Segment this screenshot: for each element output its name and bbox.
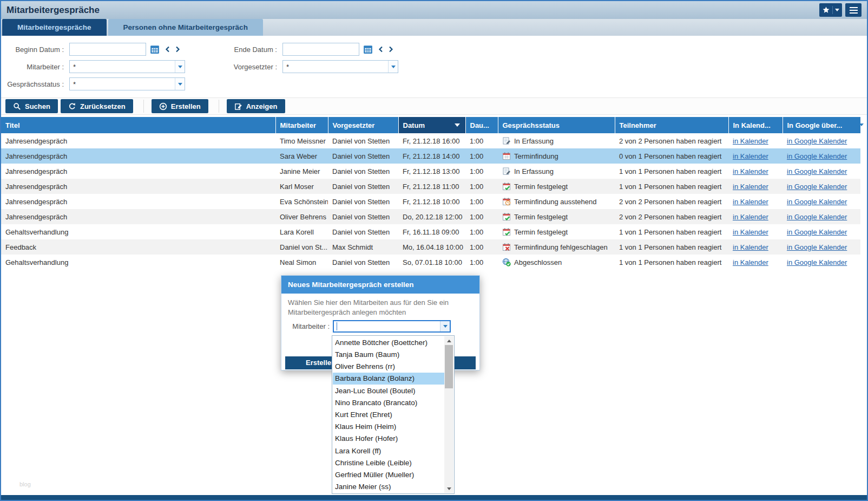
toolbar-separator bbox=[219, 100, 219, 113]
dropdown-item[interactable]: Gerfried Müller (Mueller) bbox=[333, 469, 444, 481]
toolbar-separator bbox=[143, 100, 144, 113]
tab-personen-ohne-mitarbeitergespraech[interactable]: Personen ohne Mitarbeitergespräch bbox=[108, 19, 263, 36]
mitarbeiter-combobox[interactable] bbox=[333, 320, 451, 333]
dropdown-item-selected[interactable]: Barbara Bolanz (Bolanz) bbox=[333, 373, 444, 385]
calendar-check-icon bbox=[502, 227, 511, 236]
mitarbeiter-filter-label: Mitarbeiter : bbox=[5, 63, 64, 71]
dropdown-item[interactable]: Kurt Ehret (Ehret) bbox=[333, 408, 444, 420]
in-google-kalender-link[interactable]: in Google Kalender bbox=[787, 228, 847, 236]
beginn-datum-input[interactable] bbox=[69, 43, 146, 56]
in-kalender-link[interactable]: in Kalender bbox=[733, 137, 768, 145]
table-row[interactable]: Jahresendgespräch Karl Moser Daniel von … bbox=[1, 179, 860, 194]
col-in-kalender[interactable]: In Kalend... bbox=[728, 117, 782, 133]
scroll-down-button[interactable] bbox=[444, 484, 453, 493]
dropdown-item[interactable]: Oliver Behrens (rr) bbox=[333, 360, 444, 372]
dropdown-item[interactable]: Nino Brancato (Brancato) bbox=[333, 396, 444, 408]
dropdown-button[interactable] bbox=[175, 78, 185, 90]
calendar-icon bbox=[363, 44, 373, 54]
in-kalender-link[interactable]: in Kalender bbox=[733, 183, 768, 191]
in-google-kalender-link[interactable]: in Google Kalender bbox=[787, 183, 847, 191]
ende-datum-prev-button[interactable] bbox=[378, 46, 384, 53]
action-toolbar: Suchen Zurücksetzen Erstellen Anzeigen bbox=[1, 97, 867, 115]
dropdown-item[interactable]: Janine Meier (ss) bbox=[333, 481, 444, 493]
in-kalender-link[interactable]: in Kalender bbox=[733, 213, 768, 221]
calendar-x-icon bbox=[502, 243, 511, 251]
erstellen-button[interactable]: Erstellen bbox=[152, 99, 208, 113]
dropdown-item[interactable]: Jean-Luc Boutel (Boutel) bbox=[333, 385, 444, 396]
table-row[interactable]: Jahresendgespräch Oliver Behrens Daniel … bbox=[1, 209, 860, 224]
chevron-down-icon bbox=[391, 66, 396, 68]
dropdown-button[interactable] bbox=[388, 61, 398, 73]
column-options-button[interactable] bbox=[858, 121, 865, 128]
dropdown-item[interactable]: Lara Korell (ff) bbox=[333, 445, 444, 457]
scrollbar-thumb[interactable] bbox=[445, 345, 453, 388]
col-gespraechsstatus[interactable]: Gesprächsstatus bbox=[498, 117, 615, 133]
dropdown-item[interactable]: Klaus Hofer (Hofer) bbox=[333, 433, 444, 445]
mitarbeiter-filter-select[interactable]: * bbox=[69, 60, 185, 73]
in-google-kalender-link[interactable]: in Google Kalender bbox=[787, 198, 847, 206]
in-google-kalender-link[interactable]: in Google Kalender bbox=[787, 213, 847, 221]
table-row[interactable]: Jahresendgespräch Timo Meissner Daniel v… bbox=[1, 133, 860, 148]
table-row[interactable]: Feedback Daniel von St... Max Schmidt Mo… bbox=[1, 239, 860, 255]
beginn-datum-label: Beginn Datum : bbox=[5, 45, 64, 54]
header-actions bbox=[819, 3, 862, 17]
reset-icon bbox=[68, 102, 76, 110]
dropdown-item[interactable]: Tanja Baum (Baum) bbox=[333, 348, 444, 360]
combobox-dropdown-button[interactable] bbox=[440, 321, 450, 331]
mitarbeiter-combo-label: Mitarbeiter : bbox=[281, 322, 330, 330]
dropdown-item[interactable]: Christine Leible (Leible) bbox=[333, 457, 444, 469]
table-row[interactable]: Gehaltsverhandlung Neal Simon Daniel von… bbox=[1, 255, 860, 270]
table-header-row: Titel Mitarbeiter Vorgesetzter Datum Dau… bbox=[1, 117, 860, 133]
in-google-kalender-link[interactable]: in Google Kalender bbox=[787, 243, 847, 251]
tab-mitarbeitergespraeche[interactable]: Mitarbeitergespräche bbox=[2, 19, 107, 36]
in-google-kalender-link[interactable]: in Google Kalender bbox=[787, 258, 847, 266]
dropdown-item[interactable]: Klaus Heim (Heim) bbox=[333, 421, 444, 433]
in-google-kalender-link[interactable]: in Google Kalender bbox=[787, 167, 847, 175]
calendar-check-icon bbox=[502, 182, 511, 191]
col-titel[interactable]: Titel bbox=[1, 117, 275, 133]
in-kalender-link[interactable]: in Kalender bbox=[733, 198, 768, 206]
col-teilnehmer[interactable]: Teilnehmer bbox=[615, 117, 728, 133]
in-google-kalender-link[interactable]: in Google Kalender bbox=[787, 152, 847, 160]
in-kalender-link[interactable]: in Kalender bbox=[733, 228, 768, 236]
edit-form-icon bbox=[234, 102, 242, 110]
beginn-datum-calendar-button[interactable] bbox=[149, 43, 161, 55]
dropdown-scrollbar[interactable] bbox=[444, 336, 453, 493]
ende-datum-next-button[interactable] bbox=[388, 46, 393, 53]
search-icon bbox=[13, 102, 21, 110]
hamburger-menu-button[interactable] bbox=[845, 3, 862, 17]
col-dauer[interactable]: Dau... bbox=[465, 117, 498, 133]
ende-datum-input[interactable] bbox=[282, 43, 359, 56]
vorgesetzter-filter-select[interactable]: * bbox=[282, 60, 398, 73]
in-kalender-link[interactable]: in Kalender bbox=[733, 243, 768, 251]
data-grid: Titel Mitarbeiter Vorgesetzter Datum Dau… bbox=[1, 117, 867, 270]
anzeigen-button[interactable]: Anzeigen bbox=[227, 99, 285, 113]
table-row[interactable]: Jahresendgespräch Eva Schönstein Daniel … bbox=[1, 194, 860, 209]
col-datum-sorted[interactable]: Datum bbox=[398, 117, 465, 133]
ende-datum-calendar-button[interactable] bbox=[362, 43, 374, 55]
col-in-google[interactable]: In Google über... bbox=[782, 117, 860, 133]
dropdown-item[interactable]: Annette Böttcher (Boettcher) bbox=[333, 336, 444, 348]
in-kalender-link[interactable]: in Kalender bbox=[733, 258, 768, 266]
watermark-text: blog bbox=[19, 481, 31, 487]
beginn-datum-prev-button[interactable] bbox=[165, 46, 170, 53]
in-kalender-link[interactable]: in Kalender bbox=[733, 152, 768, 160]
favorites-split-button[interactable] bbox=[819, 3, 842, 17]
table-row[interactable]: Jahresendgespräch Janine Meier Daniel vo… bbox=[1, 164, 860, 179]
scroll-up-button[interactable] bbox=[444, 336, 453, 345]
dialog-description: Wählen Sie hier den Mitarbeiten aus für … bbox=[288, 298, 466, 317]
dropdown-button[interactable] bbox=[175, 61, 185, 73]
table-row-selected[interactable]: Jahresendgespräch Sara Weber Daniel von … bbox=[1, 148, 860, 164]
zuruecksetzen-button[interactable]: Zurücksetzen bbox=[61, 99, 133, 113]
app-window: Mitarbeitergespräche Mitarbeitergespräch… bbox=[0, 0, 868, 501]
col-mitarbeiter[interactable]: Mitarbeiter bbox=[275, 117, 328, 133]
beginn-datum-next-button[interactable] bbox=[175, 46, 180, 53]
col-vorgesetzter[interactable]: Vorgesetzter bbox=[328, 117, 398, 133]
in-kalender-link[interactable]: in Kalender bbox=[733, 167, 768, 175]
table-row[interactable]: Gehaltsverhandlung Lara Korell Daniel vo… bbox=[1, 224, 860, 239]
ende-datum-label: Ende Datum : bbox=[223, 45, 277, 54]
in-google-kalender-link[interactable]: in Google Kalender bbox=[787, 137, 847, 145]
gespraechsstatus-filter-select[interactable]: * bbox=[69, 77, 185, 90]
suchen-button[interactable]: Suchen bbox=[5, 99, 58, 113]
text-caret bbox=[337, 322, 337, 330]
